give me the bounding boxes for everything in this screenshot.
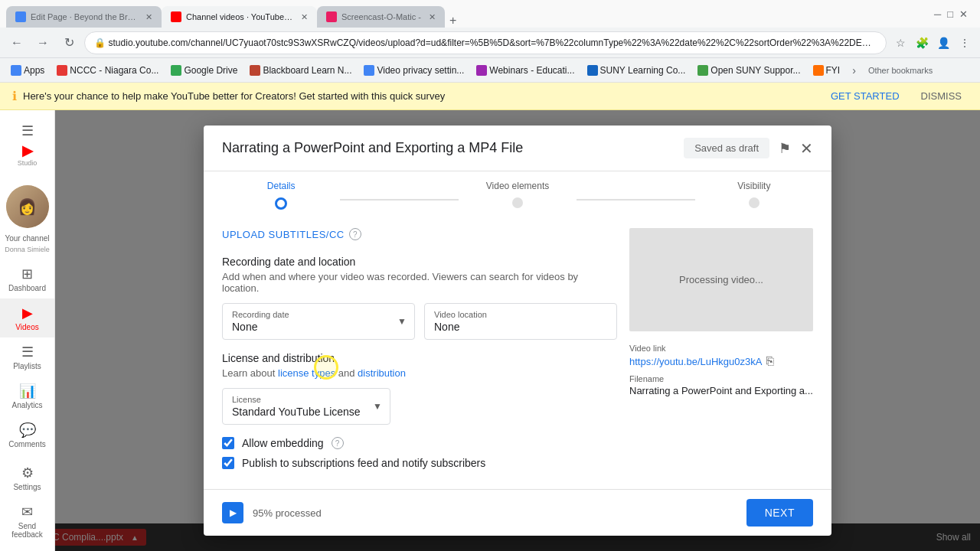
reload-button[interactable]: ↻ xyxy=(58,32,80,54)
browser-toolbar: ← → ↻ 🔒 studio.youtube.com/channel/UC7yu… xyxy=(0,28,980,58)
sidebar-item-feedback[interactable]: ✉ Send feedback xyxy=(0,497,54,545)
upload-subtitles-link[interactable]: UPLOAD SUBTITLES/CC xyxy=(222,229,345,240)
publish-notify-checkbox[interactable] xyxy=(222,457,234,469)
step-details[interactable]: Details xyxy=(222,181,340,210)
video-link-label: Video link xyxy=(629,344,813,353)
modal-footer: ▶ 95% processed NEXT xyxy=(204,489,831,536)
embedding-help-icon[interactable]: ? xyxy=(332,437,344,449)
other-bookmarks[interactable]: Other bookmarks xyxy=(864,64,937,77)
modal-close-button[interactable]: ✕ xyxy=(800,139,813,158)
bookmark-label: FYI xyxy=(826,65,841,76)
bookmark-label: NCCC - Niagara Co... xyxy=(70,65,158,76)
modal-title: Narrating a PowerPoint and Exporting a M… xyxy=(222,140,684,156)
videos-icon: ▶ xyxy=(22,305,33,321)
yt-studio-layout: ☰ ▶ Studio 👩 Your channel Donna Simiele … xyxy=(0,110,980,551)
bookmark-label: SUNY Learning Co... xyxy=(600,65,686,76)
bookmark-label: Open SUNY Suppor... xyxy=(710,65,800,76)
progress-icon: ▶ xyxy=(222,502,243,523)
bookmark-fyi[interactable]: FYI xyxy=(808,64,845,77)
address-bar[interactable]: 🔒 studio.youtube.com/channel/UC7yuaot70s… xyxy=(84,31,887,54)
back-button[interactable]: ← xyxy=(6,32,28,54)
progress-text: 95% processed xyxy=(253,507,737,519)
channel-owner: Donna Simiele xyxy=(2,246,53,253)
browser-tab-edit[interactable]: Edit Page · Beyond the Bricks... ✕ xyxy=(6,6,162,28)
maximize-button[interactable]: □ xyxy=(947,8,953,20)
bookmark-star-icon[interactable]: ☆ xyxy=(891,34,910,52)
license-types-link[interactable]: license types xyxy=(278,367,335,379)
flag-icon[interactable]: ⚑ xyxy=(779,140,791,157)
tab-favicon xyxy=(326,11,337,22)
settings-icon: ⚙ xyxy=(21,465,34,481)
sidebar-item-label: Comments xyxy=(8,440,45,448)
browser-tab-channel[interactable]: Channel videos · YouTube Studi... ✕ xyxy=(162,6,317,28)
notification-actions: GET STARTED DISMISS xyxy=(825,87,968,105)
hamburger-icon[interactable]: ☰ xyxy=(21,122,34,139)
step-visibility[interactable]: Visibility xyxy=(695,181,813,208)
sidebar-item-label: Analytics xyxy=(11,401,42,409)
modal-header: Narrating a PowerPoint and Exporting a M… xyxy=(204,126,831,171)
minimize-button[interactable]: ─ xyxy=(934,8,941,20)
avatar-image: 👩 xyxy=(6,185,49,228)
bookmarks-bar: Apps NCCC - Niagara Co... Google Drive B… xyxy=(0,58,980,83)
bookmark-more-chevron[interactable]: › xyxy=(848,63,861,78)
bookmark-blackboard[interactable]: Blackboard Learn N... xyxy=(245,64,356,77)
subtitles-help-icon[interactable]: ? xyxy=(349,228,361,240)
recording-date-label: Recording date xyxy=(232,310,405,319)
menu-dots-icon[interactable]: ⋮ xyxy=(956,34,974,52)
video-link-row: https://youtu.be/LuHkgu0z3kA ⎘ xyxy=(629,354,813,368)
allow-embedding-checkbox[interactable] xyxy=(222,437,234,449)
video-preview: Processing video... xyxy=(629,228,813,331)
video-location-field[interactable]: Video location None xyxy=(424,303,617,340)
extensions-icon[interactable]: 🧩 xyxy=(913,34,931,52)
sidebar-item-label: Videos xyxy=(15,323,38,331)
license-value: Standard YouTube License xyxy=(232,406,381,418)
copy-icon[interactable]: ⎘ xyxy=(766,354,774,368)
tab-close-icon[interactable]: ✕ xyxy=(429,12,436,22)
distribution-link[interactable]: distribution xyxy=(358,367,406,379)
sidebar-item-analytics[interactable]: 📊 Analytics xyxy=(0,377,54,416)
notification-text: Here's your chance to help make YouTube … xyxy=(23,90,445,102)
step-connector-2 xyxy=(577,199,694,201)
new-tab-button[interactable]: + xyxy=(445,14,461,28)
bookmark-drive[interactable]: Google Drive xyxy=(166,64,242,77)
recording-date-field[interactable]: Recording date None ▼ xyxy=(222,303,415,340)
license-field[interactable]: License Standard YouTube License ▼ xyxy=(222,388,390,425)
bookmark-icon xyxy=(171,65,181,76)
dismiss-button[interactable]: DISMISS xyxy=(915,87,968,105)
recording-date-dropdown-icon: ▼ xyxy=(397,316,407,327)
youtube-icon: ▶ xyxy=(22,142,33,159)
bookmark-apps[interactable]: Apps xyxy=(6,64,49,77)
license-dropdown-icon: ▼ xyxy=(373,401,382,412)
sidebar-item-label: Playlists xyxy=(13,362,41,370)
sidebar-item-dashboard[interactable]: ⊞ Dashboard xyxy=(0,259,54,298)
bookmark-video-privacy[interactable]: Video privacy settin... xyxy=(359,64,469,77)
modal-header-actions: Saved as draft ⚑ ✕ xyxy=(684,138,813,158)
notification-bar: ℹ Here's your chance to help make YouTub… xyxy=(0,83,980,110)
step-video-elements[interactable]: Video elements xyxy=(459,181,577,208)
tab-close-icon[interactable]: ✕ xyxy=(301,12,308,22)
recording-date-value: None xyxy=(232,321,405,333)
filename-label: Filename xyxy=(629,374,813,383)
video-link[interactable]: https://youtu.be/LuHkgu0z3kA xyxy=(629,356,762,367)
bookmark-open-suny[interactable]: Open SUNY Suppor... xyxy=(693,64,805,77)
user-profile-icon[interactable]: 👤 xyxy=(934,34,952,52)
browser-tab-screencast[interactable]: Screencast-O-Matic - ✕ xyxy=(317,6,445,28)
get-started-button[interactable]: GET STARTED xyxy=(825,87,906,105)
license-form-row: License Standard YouTube License ▼ xyxy=(222,388,617,425)
sidebar-item-settings[interactable]: ⚙ Settings xyxy=(0,458,54,497)
next-button[interactable]: NEXT xyxy=(746,499,813,527)
tab-close-icon[interactable]: ✕ xyxy=(145,12,152,22)
saved-draft-button[interactable]: Saved as draft xyxy=(684,138,769,158)
forward-button[interactable]: → xyxy=(32,32,54,54)
comments-icon: 💬 xyxy=(19,422,36,439)
avatar: 👩 xyxy=(6,185,49,228)
sidebar-item-playlists[interactable]: ☰ Playlists xyxy=(0,337,54,377)
close-button[interactable]: ✕ xyxy=(959,8,968,20)
bookmark-nccc[interactable]: NCCC - Niagara Co... xyxy=(52,64,163,77)
sidebar-item-videos[interactable]: ▶ Videos xyxy=(0,298,54,337)
bookmark-label: Google Drive xyxy=(184,65,237,76)
bookmark-icon xyxy=(476,65,487,76)
bookmark-suny[interactable]: SUNY Learning Co... xyxy=(583,64,691,77)
sidebar-item-comments[interactable]: 💬 Comments xyxy=(0,416,54,455)
bookmark-webinars[interactable]: Webinars - Educati... xyxy=(472,64,579,77)
